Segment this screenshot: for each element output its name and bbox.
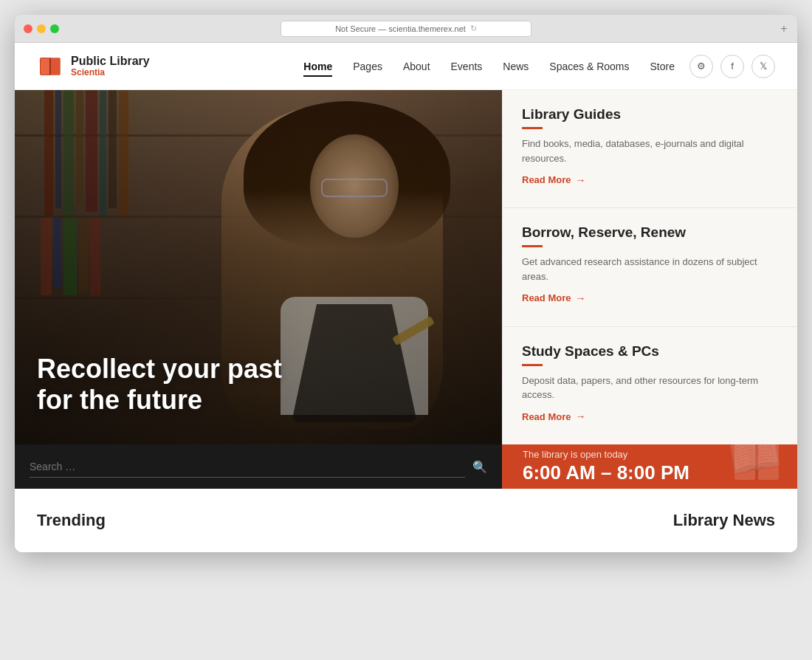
nav-item-spaces[interactable]: Spaces & Rooms	[549, 58, 629, 75]
settings-button[interactable]: ⚙	[689, 55, 713, 78]
borrow-panel: Borrow, Reserve, Renew Get advanced rese…	[503, 208, 797, 326]
search-input[interactable]	[30, 456, 465, 478]
panel-title-study: Study Spaces & PCs	[522, 343, 778, 360]
panel-desc-study: Deposit data, papers, and other resource…	[522, 374, 778, 402]
study-spaces-panel: Study Spaces & PCs Deposit data, papers,…	[503, 327, 797, 444]
minimize-button[interactable]	[37, 24, 46, 33]
hours-box: The library is open today 6:00 AM – 8:00…	[502, 444, 797, 489]
read-more-guides[interactable]: Read More	[522, 174, 585, 186]
site-wrapper: Public Library Scientia Home Pages About…	[15, 43, 797, 552]
panel-divider-2	[522, 245, 543, 247]
search-icon[interactable]: 🔍	[472, 460, 487, 474]
hero-image: Recollect your past for the future	[15, 90, 502, 444]
trending-col: Trending	[37, 511, 406, 530]
panel-desc-guides: Find books, media, databases, e-journals…	[522, 137, 778, 165]
hero-overlay: Recollect your past for the future	[37, 354, 282, 415]
read-more-borrow[interactable]: Read More	[522, 292, 585, 304]
main-nav: Home Pages About Events News Spaces & Ro…	[303, 58, 675, 75]
close-button[interactable]	[24, 24, 32, 33]
panel-divider	[522, 127, 543, 129]
site-header: Public Library Scientia Home Pages About…	[15, 43, 797, 90]
address-bar[interactable]: Not Secure — scientia.themerex.net ↻	[281, 21, 531, 37]
hero-sidebar: Library Guides Find books, media, databa…	[502, 90, 797, 444]
twitter-button[interactable]: 𝕏	[751, 55, 775, 78]
nav-item-news[interactable]: News	[503, 58, 529, 75]
reload-icon[interactable]: ↻	[470, 24, 477, 33]
library-guides-panel: Library Guides Find books, media, databa…	[503, 90, 797, 208]
hours-label: The library is open today	[523, 449, 777, 460]
trending-heading: Trending	[37, 511, 406, 530]
read-more-study[interactable]: Read More	[522, 410, 585, 422]
svg-rect-5	[734, 444, 755, 480]
search-bar-section: 🔍 The library is open today 6:00 AM – 8:…	[15, 444, 797, 489]
svg-rect-2	[41, 58, 49, 75]
maximize-button[interactable]	[50, 24, 59, 33]
browser-titlebar: Not Secure — scientia.themerex.net ↻ +	[15, 15, 797, 43]
new-tab-button[interactable]: +	[777, 21, 791, 36]
library-news-heading: Library News	[406, 511, 775, 530]
nav-item-about[interactable]: About	[403, 58, 430, 75]
panel-desc-borrow: Get advanced research assistance in doze…	[522, 255, 778, 283]
svg-rect-6	[758, 444, 779, 480]
logo-tagline: Scientia	[71, 67, 150, 78]
facebook-button[interactable]: f	[720, 55, 744, 78]
hero-headline: Recollect your past for the future	[37, 354, 282, 415]
logo-name: Public Library	[71, 55, 150, 68]
nav-item-pages[interactable]: Pages	[353, 58, 382, 75]
nav-item-store[interactable]: Store	[650, 58, 675, 75]
search-area: 🔍	[15, 444, 502, 489]
panel-title-guides: Library Guides	[522, 106, 778, 123]
panel-divider-3	[522, 364, 543, 366]
svg-rect-3	[51, 58, 60, 75]
hours-time: 6:00 AM – 8:00 PM	[523, 461, 777, 484]
nav-social: ⚙ f 𝕏	[689, 55, 775, 78]
address-text: Not Secure — scientia.themerex.net	[335, 24, 466, 33]
nav-item-home[interactable]: Home	[303, 58, 332, 75]
library-news-col: Library News	[406, 511, 775, 530]
bottom-section: Trending Library News	[15, 489, 797, 552]
panel-title-borrow: Borrow, Reserve, Renew	[522, 224, 778, 241]
browser-window: Not Secure — scientia.themerex.net ↻ + P…	[15, 15, 797, 552]
book-watermark	[731, 444, 782, 483]
hero-section: Recollect your past for the future Libra…	[15, 90, 797, 444]
nav-item-events[interactable]: Events	[451, 58, 483, 75]
logo[interactable]: Public Library Scientia	[37, 53, 150, 80]
book-icon	[37, 53, 63, 80]
traffic-lights	[24, 24, 59, 33]
